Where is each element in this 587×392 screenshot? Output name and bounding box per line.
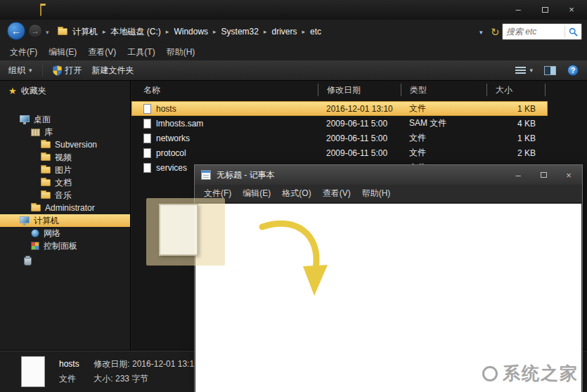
file-type: 文件 <box>401 147 486 159</box>
notepad-titlebar[interactable]: 无标题 - 记事本 – × <box>195 165 582 185</box>
close-button[interactable]: × <box>565 4 579 15</box>
breadcrumb-separator-icon: ▸ <box>103 28 106 35</box>
table-row-hosts[interactable]: hosts 2016-12-01 13:10 文件 1 KB <box>131 101 548 116</box>
notepad-menu-format[interactable]: 格式(O) <box>282 188 311 200</box>
sidebar-item-computer[interactable]: 计算机 <box>0 214 130 227</box>
sidebar-item-label: 控制面板 <box>44 240 77 252</box>
notepad-menu-help[interactable]: 帮助(H) <box>362 188 391 200</box>
details-file-name: hosts <box>59 357 91 372</box>
sidebar-item-label: 库 <box>44 126 53 138</box>
change-view-button[interactable]: ▾ <box>515 67 533 74</box>
minimize-button[interactable]: – <box>511 4 525 15</box>
favorites-star-icon: ★ <box>8 86 17 96</box>
new-folder-label: 新建文件夹 <box>92 65 134 77</box>
breadcrumb-local-disk-c[interactable]: 本地磁盘 (C:) <box>111 26 161 38</box>
breadcrumb-system32[interactable]: System32 <box>221 27 259 37</box>
notepad-icon <box>201 170 211 180</box>
subversion-folder-icon <box>41 141 51 148</box>
organize-button[interactable]: 组织 ▾ <box>8 65 32 77</box>
breadcrumb-etc[interactable]: etc <box>310 27 321 37</box>
address-bar: ← → ▾ 计算机 ▸ 本地磁盘 (C:) ▸ Windows ▸ System… <box>0 20 587 44</box>
details-file-type: 文件 <box>59 372 91 386</box>
file-date: 2009-06-11 5:00 <box>318 119 401 129</box>
drag-direction-arrow <box>243 207 334 306</box>
new-folder-button[interactable]: 新建文件夹 <box>92 65 134 77</box>
sidebar-item-favorites[interactable]: ★ 收藏夹 <box>0 84 130 98</box>
notepad-menu-view[interactable]: 查看(V) <box>323 188 351 200</box>
sidebar-item-pictures[interactable]: 图片 <box>0 164 130 176</box>
help-icon[interactable]: ? <box>567 65 579 76</box>
notepad-title: 无标题 - 记事本 <box>217 169 275 181</box>
sidebar-item-label: 计算机 <box>34 215 59 227</box>
column-header-type[interactable]: 类型 <box>401 84 486 96</box>
breadcrumb-separator-icon: ▸ <box>213 28 217 35</box>
open-button[interactable]: 打开 <box>53 65 82 77</box>
search-icon[interactable] <box>565 26 578 37</box>
chevron-down-icon: ▾ <box>529 67 533 74</box>
file-type: SAM 文件 <box>401 117 486 129</box>
forward-button[interactable]: → <box>28 24 42 38</box>
refresh-icon[interactable]: ↻ <box>491 26 500 39</box>
file-date: 2009-06-11 5:00 <box>318 133 401 143</box>
column-header-size[interactable]: 大小 <box>486 84 546 96</box>
explorer-titlebar[interactable]: – × <box>0 0 587 20</box>
organize-label: 组织 <box>8 65 25 77</box>
dragged-file-icon <box>159 204 198 256</box>
file-icon <box>143 119 151 129</box>
table-row-lmhosts[interactable]: lmhosts.sam 2009-06-11 5:00 SAM 文件 4 KB <box>131 116 548 131</box>
sidebar-item-videos[interactable]: 视频 <box>0 151 130 164</box>
open-label: 打开 <box>65 65 82 77</box>
command-toolbar: 组织 ▾ 打开 新建文件夹 ▾ <box>0 60 587 81</box>
search-input[interactable] <box>506 27 565 37</box>
sidebar-item-documents[interactable]: 文档 <box>0 176 130 189</box>
documents-icon <box>41 179 51 186</box>
table-row-protocol[interactable]: protocol 2009-06-11 5:00 文件 2 KB <box>131 145 548 160</box>
breadcrumb-windows[interactable]: Windows <box>174 27 208 37</box>
back-button[interactable]: ← <box>7 22 25 40</box>
notepad-menu-edit[interactable]: 编辑(E) <box>243 188 271 200</box>
sidebar-item-desktop[interactable]: 桌面 <box>0 113 130 126</box>
preview-pane-icon[interactable] <box>544 66 556 75</box>
file-date: 2009-06-11 5:00 <box>318 148 401 158</box>
file-size: 1 KB <box>486 104 546 114</box>
column-header-date[interactable]: 修改日期 <box>318 84 401 96</box>
breadcrumb-drivers[interactable]: drivers <box>272 27 297 37</box>
sidebar-item-label: Subversion <box>55 140 97 150</box>
sidebar-item-music[interactable]: 音乐 <box>0 189 130 202</box>
menu-help[interactable]: 帮助(H) <box>167 46 195 58</box>
file-type: 文件 <box>401 132 486 144</box>
menu-edit[interactable]: 编辑(E) <box>49 46 77 58</box>
sidebar-item-recycle-bin[interactable] <box>0 255 130 268</box>
menu-view[interactable]: 查看(V) <box>88 46 116 58</box>
maximize-button[interactable] <box>538 4 552 15</box>
breadcrumb-computer[interactable]: 计算机 <box>72 26 98 38</box>
sidebar-item-label: 文档 <box>55 177 72 189</box>
breadcrumb-separator-icon: ▸ <box>302 28 306 35</box>
explorer-window: – × ← → ▾ 计算机 ▸ 本地磁盘 (C:) ▸ Windows ▸ Sy… <box>0 0 587 392</box>
sidebar-item-label: 网络 <box>44 228 60 240</box>
window-folder-icon <box>40 5 41 16</box>
file-size: 1 KB <box>486 133 546 143</box>
menu-tools[interactable]: 工具(T) <box>127 46 155 58</box>
uac-shield-icon <box>53 65 62 76</box>
nav-spacer <box>0 98 130 113</box>
videos-icon <box>41 154 51 161</box>
address-dropdown-icon[interactable]: ▾ <box>479 29 483 36</box>
sidebar-item-libraries[interactable]: 库 <box>0 126 130 138</box>
history-dropdown-icon[interactable]: ▾ <box>46 29 49 36</box>
file-icon <box>143 133 151 143</box>
search-box[interactable] <box>502 23 582 40</box>
sidebar-item-control-panel[interactable]: 控制面板 <box>0 240 130 252</box>
file-name: protocol <box>156 148 186 158</box>
sidebar-item-network[interactable]: 网络 <box>0 227 130 240</box>
table-row-networks[interactable]: networks 2009-06-11 5:00 文件 1 KB <box>131 131 548 145</box>
notepad-minimize-button[interactable]: – <box>511 170 525 181</box>
file-name: networks <box>156 133 190 143</box>
column-header-name[interactable]: 名称 <box>131 84 318 96</box>
sidebar-item-administrator[interactable]: Administrator <box>0 202 130 214</box>
notepad-close-button[interactable]: × <box>562 170 576 181</box>
notepad-maximize-button[interactable] <box>536 170 550 181</box>
sidebar-item-label: 音乐 <box>55 190 72 202</box>
menu-file[interactable]: 文件(F) <box>10 46 37 58</box>
sidebar-item-subversion[interactable]: Subversion <box>0 138 130 151</box>
